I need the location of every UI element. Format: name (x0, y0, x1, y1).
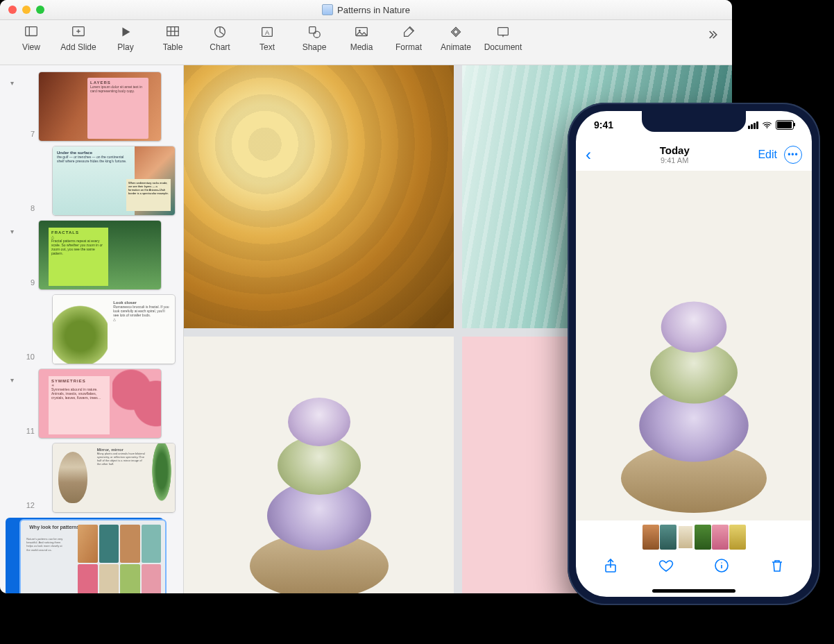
photos-nav-bar: ‹ Today 9:41 AM Edit ••• (576, 140, 812, 169)
slide-thumb-13-selected[interactable]: 13 Why look for patterns? Nature's patte… (6, 518, 164, 593)
more-button[interactable]: ••• (784, 146, 802, 164)
slide-number: 12 (22, 501, 35, 509)
animate-button[interactable]: Animate (434, 24, 477, 52)
svg-rect-0 (26, 27, 37, 36)
document-button[interactable]: Document (482, 24, 525, 52)
canvas-image-honeycomb[interactable] (184, 65, 454, 328)
back-button[interactable]: ‹ (586, 145, 591, 164)
disclosure-icon[interactable]: ▾ (6, 228, 18, 235)
slide-number: 9 (22, 278, 35, 287)
media-button[interactable]: Media (340, 24, 383, 52)
disclosure-icon[interactable]: ▾ (6, 79, 18, 87)
slide-thumb-9[interactable]: FRACTALS△Fractal patterns repeat at ever… (39, 221, 161, 289)
slide-thumb-8[interactable]: Under the surfacethe gulf — or trenches … (53, 146, 175, 215)
trash-icon[interactable] (769, 557, 785, 574)
info-icon[interactable] (713, 557, 730, 574)
wifi-icon (762, 121, 772, 129)
title-bar: Patterns in Nature (0, 0, 732, 20)
nav-title: Today (660, 145, 690, 157)
window-minimize-button[interactable] (22, 6, 31, 14)
window-zoom-button[interactable] (36, 6, 44, 14)
notch (642, 111, 746, 132)
slide-navigator: ▾ 7 LAYERSLorem ipsum dolor sit amet tex… (0, 65, 184, 593)
status-time: 9:41 (594, 119, 613, 130)
svg-rect-18 (453, 29, 459, 35)
iphone-screen: 9:41 ‹ Today 9:41 AM Edit ••• (576, 111, 812, 597)
slide-number: 10 (22, 353, 35, 361)
slide-thumb-12[interactable]: Mirror, mirrorMany plants and animals ha… (53, 443, 175, 512)
chart-button[interactable]: Chart (198, 24, 241, 52)
disclosure-icon[interactable]: ▾ (6, 376, 18, 384)
slide-number: 11 (22, 427, 35, 435)
share-icon[interactable] (602, 557, 619, 574)
battery-icon (776, 120, 794, 130)
slide-thumb-11[interactable]: SYMMETRIES✳Symmetries abound in nature. … (39, 369, 161, 438)
slide-thumb-10[interactable]: Look closerRomanesco broccoli is fractal… (53, 295, 175, 364)
slide-thumb-7[interactable]: LAYERSLorem ipsum dolor sit amet text in… (39, 72, 161, 141)
cellular-icon (748, 121, 758, 129)
text-button[interactable]: A Text (246, 24, 289, 52)
svg-point-26 (721, 562, 722, 564)
svg-point-22 (767, 127, 768, 128)
shape-button[interactable]: Shape (293, 24, 336, 52)
window-title: Patterns in Nature (337, 5, 410, 15)
table-button[interactable]: Table (151, 24, 194, 52)
format-button[interactable]: Format (387, 24, 430, 52)
edit-button[interactable]: Edit (758, 149, 777, 161)
canvas-image-urchins[interactable] (184, 337, 454, 594)
nav-subtitle: 9:41 AM (660, 156, 690, 164)
photo-viewer[interactable] (576, 171, 812, 520)
toolbar: View Add Slide Play Table Chart (0, 20, 732, 65)
slide-number: 7 (22, 130, 35, 138)
add-slide-button[interactable]: Add Slide (57, 24, 100, 52)
favorite-icon[interactable] (658, 557, 674, 574)
play-button[interactable]: Play (104, 24, 147, 52)
home-indicator[interactable] (652, 589, 735, 593)
svg-point-14 (314, 31, 320, 37)
slide-number: 8 (22, 204, 35, 212)
toolbar-overflow-button[interactable] (701, 24, 722, 45)
document-icon (322, 4, 333, 15)
svg-rect-19 (498, 28, 509, 35)
iphone-device: 9:41 ‹ Today 9:41 AM Edit ••• (568, 103, 820, 605)
svg-marker-5 (122, 28, 130, 37)
view-button[interactable]: View (10, 24, 53, 52)
window-close-button[interactable] (8, 6, 17, 14)
svg-text:A: A (265, 29, 270, 36)
